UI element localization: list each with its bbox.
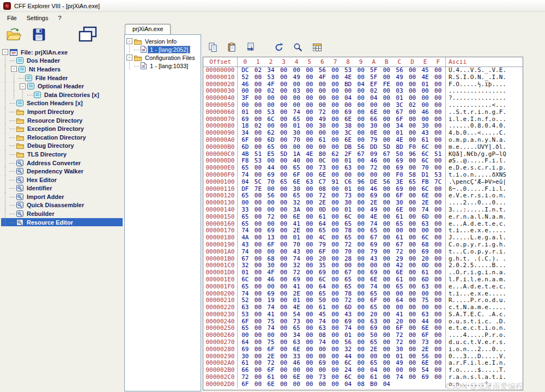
hex-byte[interactable]: 91	[329, 179, 342, 186]
hex-byte[interactable]: 69	[419, 374, 432, 381]
hex-ascii-cell[interactable]: d.u.c.t.V.e.r.s.	[446, 339, 523, 346]
hex-byte[interactable]: 00	[277, 67, 290, 74]
expander-minus-icon[interactable]: -	[126, 38, 132, 44]
hex-byte[interactable]: 67	[393, 109, 406, 116]
hex-byte[interactable]: 00	[380, 172, 393, 179]
hex-byte[interactable]: 63	[419, 311, 432, 318]
hex-byte[interactable]: 00	[406, 74, 419, 81]
hex-byte[interactable]: DC	[239, 67, 252, 74]
hex-byte[interactable]: 72	[316, 109, 329, 116]
hex-byte[interactable]: 43	[290, 249, 303, 256]
hex-ascii-cell[interactable]: c.t.N.a.m.e.....	[446, 304, 523, 311]
hex-byte[interactable]: 6C	[419, 144, 432, 151]
hex-byte[interactable]: 00	[329, 109, 342, 116]
hex-byte[interactable]: 00	[290, 144, 303, 151]
hex-byte[interactable]: 00	[277, 346, 290, 353]
hex-byte[interactable]: 00	[354, 346, 367, 353]
hex-byte[interactable]: 00	[342, 102, 355, 109]
hex-byte[interactable]: 79	[367, 137, 380, 144]
hex-ascii-cell[interactable]: ..S.t.r.i.n.g.F.	[446, 109, 523, 116]
hex-byte[interactable]: 00	[303, 374, 316, 381]
hex-byte[interactable]: 00	[354, 276, 367, 284]
explorer-item-resource-editor[interactable]: Resource Editor	[1, 218, 123, 227]
hex-byte[interactable]: 00	[290, 381, 303, 388]
hex-byte[interactable]: 00	[380, 67, 393, 74]
hex-row[interactable]: 0000028069006F006E00000032002E0030002E00…	[203, 346, 523, 353]
hex-ascii-cell[interactable]: i.l.e.I.n.f.o...	[446, 116, 523, 123]
hex-byte[interactable]: 72	[393, 339, 406, 346]
hex-ascii-cell[interactable]: S.A.T.E.C. .A.c.	[446, 311, 523, 318]
hex-byte[interactable]: 00	[354, 234, 367, 242]
explorer-item-optional-header[interactable]: -Optional Header	[1, 82, 123, 91]
hex-byte[interactable]: 6C	[419, 234, 432, 242]
hex-byte[interactable]: 00	[316, 346, 329, 353]
hex-byte[interactable]: 00	[406, 109, 419, 116]
hex-byte[interactable]: 5D	[380, 144, 393, 151]
hex-ascii-cell[interactable]: 4.b.0...<.....C.	[446, 130, 523, 137]
hex-byte[interactable]: 49	[367, 207, 380, 214]
hex-byte[interactable]: 65	[239, 214, 252, 221]
hex-byte[interactable]: 41	[290, 284, 303, 291]
hex-byte[interactable]: 00	[277, 234, 290, 242]
resource-item-version-info[interactable]: -Version Info	[125, 37, 200, 45]
hex-byte[interactable]: 00	[277, 102, 290, 109]
hex-byte[interactable]: 79	[367, 249, 380, 256]
hex-byte[interactable]: 4F	[316, 74, 329, 81]
hex-byte[interactable]: 00	[380, 102, 393, 109]
hex-byte[interactable]: 00	[277, 374, 290, 381]
explorer-item-file-prjxian-exe[interactable]: -File: prjXiAn.exe	[1, 48, 123, 57]
hex-row[interactable]: 000002C0720061006E0073006C00610074006900…	[203, 374, 523, 381]
hex-byte[interactable]: 61	[393, 234, 406, 242]
hex-byte[interactable]: 00	[406, 339, 419, 346]
explorer-item-file-header[interactable]: File Header	[1, 74, 123, 82]
hex-ascii-cell[interactable]: ................	[446, 88, 523, 95]
hex-byte[interactable]: 00	[329, 234, 342, 242]
hex-byte[interactable]: 00	[277, 381, 290, 388]
hex-byte[interactable]: 01	[342, 207, 355, 214]
hex-byte[interactable]: 00	[277, 214, 290, 221]
hex-byte[interactable]: 08	[354, 381, 367, 388]
hex-byte[interactable]: 74	[393, 374, 406, 381]
hex-byte[interactable]: 00	[252, 374, 265, 381]
hex-byte[interactable]: 00	[329, 269, 342, 276]
hex-ascii-cell[interactable]: t.i...e.x.e.....	[446, 291, 523, 298]
hex-byte[interactable]: 70	[290, 242, 303, 249]
resource-item-configuration-files[interactable]: -Configuration Files	[125, 53, 200, 62]
hex-byte[interactable]: 00	[329, 276, 342, 284]
hex-byte[interactable]: 00	[303, 74, 316, 81]
hex-ascii-cell[interactable]: g.h.t. .(.C.). .	[446, 256, 523, 263]
hex-ascii-cell[interactable]: f.o.....$.....T.	[446, 367, 523, 374]
hex-byte[interactable]: 52	[239, 74, 252, 81]
hex-ascii-cell[interactable]: ..O.r.i.g.i.n.a.	[446, 269, 523, 276]
hex-ascii-cell[interactable]: KQå].N€b/g.gP–lQ	[446, 151, 523, 158]
hex-byte[interactable]: 41	[393, 311, 406, 318]
hex-ascii-cell[interactable]: i.o.n...2...0...	[446, 346, 523, 353]
hex-byte[interactable]: 00	[303, 67, 316, 74]
hex-byte[interactable]: 43	[239, 242, 252, 249]
hex-byte[interactable]: 00	[380, 207, 393, 214]
hex-byte[interactable]: 53	[239, 311, 252, 318]
hex-byte[interactable]: 74	[239, 172, 252, 179]
tab-prjxian-exe[interactable]: prjXiAn.exe	[125, 24, 171, 35]
hex-ascii-cell[interactable]: o.u.s.t.i.c. .D.	[446, 318, 523, 325]
hex-byte[interactable]: 00	[367, 102, 380, 109]
hex-byte[interactable]: 00	[277, 276, 290, 284]
hex-byte[interactable]: 73	[316, 374, 329, 381]
hex-byte[interactable]: 00	[303, 304, 316, 311]
hex-byte[interactable]: 00	[354, 269, 367, 276]
hex-byte[interactable]: 65	[342, 234, 355, 242]
hex-byte[interactable]: 00	[354, 242, 367, 249]
hex-byte[interactable]: 64	[239, 339, 252, 346]
hex-byte[interactable]: 56	[342, 339, 355, 346]
hex-byte[interactable]: 6C	[342, 374, 355, 381]
hex-byte[interactable]: 00	[380, 339, 393, 346]
hex-byte[interactable]: 00	[277, 74, 290, 81]
hex-byte[interactable]: 00	[252, 74, 265, 81]
hex-byte[interactable]: 6E	[290, 346, 303, 353]
hex-byte[interactable]: 74	[419, 207, 432, 214]
hex-byte[interactable]: 6F	[264, 242, 277, 249]
refresh-button[interactable]	[272, 40, 286, 55]
hex-byte[interactable]: 4F	[264, 269, 277, 276]
hex-row[interactable]: 00000140330000003A000D00010049006E007400…	[203, 207, 523, 214]
hex-byte[interactable]: 65	[342, 276, 355, 284]
